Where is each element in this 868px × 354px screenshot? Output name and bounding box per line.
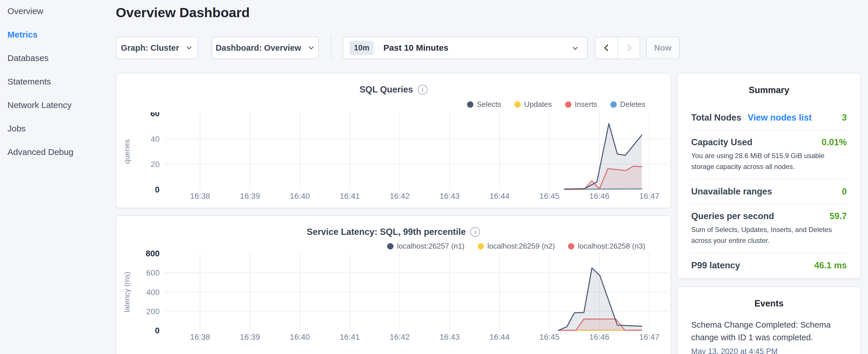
svg-text:queries: queries bbox=[123, 139, 131, 164]
summary-row-label: Unavailable ranges bbox=[691, 187, 772, 197]
chevron-down-icon bbox=[571, 45, 579, 52]
svg-text:16:38: 16:38 bbox=[190, 192, 210, 200]
legend-item-updates[interactable]: Updates bbox=[515, 100, 552, 109]
legend-dot bbox=[565, 101, 571, 108]
chart-legend: Selects Updates Inserts Deletes bbox=[467, 100, 645, 109]
legend-label: Inserts bbox=[575, 100, 597, 109]
dashboard-dropdown[interactable]: Dashboard: Overview bbox=[212, 37, 319, 59]
svg-text:0: 0 bbox=[155, 326, 160, 335]
sidebar-item-metrics[interactable]: Metrics bbox=[0, 30, 116, 39]
chevron-down-icon bbox=[185, 44, 193, 52]
svg-text:16:45: 16:45 bbox=[539, 192, 559, 200]
svg-text:16:44: 16:44 bbox=[490, 332, 509, 342]
time-window-next-button[interactable] bbox=[618, 37, 640, 58]
sidebar: Overview Metrics Databases Statements Ne… bbox=[0, 0, 116, 171]
svg-text:16:47: 16:47 bbox=[639, 332, 659, 342]
time-window-badge: 10m bbox=[350, 41, 374, 55]
chart-title: SQL Queries bbox=[359, 85, 413, 95]
svg-text:16:44: 16:44 bbox=[490, 192, 509, 200]
summary-row-label: Capacity Used bbox=[691, 137, 752, 148]
controls-bar: Graph: Cluster Dashboard: Overview 10m P… bbox=[116, 37, 680, 59]
summary-row-queries-per-second: Queries per second 59.7 Sum of Selects, … bbox=[691, 204, 847, 253]
legend-label: Selects bbox=[477, 100, 501, 109]
chevron-right-icon bbox=[625, 43, 633, 52]
svg-text:16:38: 16:38 bbox=[190, 332, 210, 342]
chevron-left-icon bbox=[602, 43, 611, 52]
divider bbox=[331, 37, 331, 59]
events-title: Events bbox=[691, 298, 847, 309]
time-window-dropdown[interactable]: 10m Past 10 Minutes bbox=[343, 37, 587, 59]
legend-dot bbox=[467, 101, 473, 108]
event-item: Schema Change Completed: Schema change w… bbox=[691, 319, 847, 354]
summary-row-label: P99 latency bbox=[691, 260, 740, 271]
service-latency-chart: 020040060080016:3816:3916:4016:4116:4216… bbox=[116, 244, 671, 343]
graph-scope-dropdown-label: Graph: Cluster bbox=[121, 43, 179, 53]
svg-text:16:42: 16:42 bbox=[390, 192, 410, 200]
time-window-prev-button[interactable] bbox=[595, 37, 618, 58]
summary-row-value: 0 bbox=[842, 187, 847, 197]
sidebar-item-jobs[interactable]: Jobs bbox=[0, 124, 116, 133]
sidebar-item-databases[interactable]: Databases bbox=[0, 53, 116, 63]
svg-text:40: 40 bbox=[151, 135, 160, 143]
graph-scope-dropdown[interactable]: Graph: Cluster bbox=[116, 37, 198, 59]
dashboard-dropdown-label: Dashboard: Overview bbox=[216, 43, 301, 53]
sidebar-item-advanced-debug[interactable]: Advanced Debug bbox=[0, 147, 116, 157]
svg-text:16:40: 16:40 bbox=[290, 192, 310, 200]
svg-text:16:41: 16:41 bbox=[340, 332, 360, 342]
sidebar-item-network-latency[interactable]: Network Latency bbox=[0, 100, 116, 110]
svg-text:600: 600 bbox=[146, 268, 160, 277]
summary-row-capacity-used: Capacity Used 0.01% You are using 28.6 M… bbox=[691, 130, 847, 179]
svg-text:16:39: 16:39 bbox=[240, 332, 260, 342]
svg-text:0: 0 bbox=[155, 185, 160, 194]
legend-item-inserts[interactable]: Inserts bbox=[565, 100, 597, 109]
svg-text:400: 400 bbox=[146, 288, 160, 297]
summary-panel: Summary Total Nodes View nodes list 3 Ca… bbox=[677, 73, 861, 279]
svg-text:16:43: 16:43 bbox=[440, 192, 460, 200]
summary-row-unavailable-ranges: Unavailable ranges 0 bbox=[691, 179, 847, 204]
summary-row-value: 59.7 bbox=[830, 211, 847, 221]
info-icon[interactable]: i bbox=[470, 227, 480, 237]
summary-row-value: 0.01% bbox=[822, 137, 847, 148]
legend-label: Deletes bbox=[620, 100, 645, 109]
svg-text:16:42: 16:42 bbox=[390, 332, 410, 342]
sidebar-item-overview[interactable]: Overview bbox=[0, 6, 116, 16]
time-window-label: Past 10 Minutes bbox=[383, 43, 448, 53]
summary-row-p99-latency: P99 latency 46.1 ms bbox=[691, 253, 847, 278]
svg-text:200: 200 bbox=[146, 307, 160, 316]
events-panel: Events Schema Change Completed: Schema c… bbox=[677, 286, 861, 354]
page-title: Overview Dashboard bbox=[116, 5, 250, 20]
now-button[interactable]: Now bbox=[646, 37, 680, 59]
service-latency-chart-card: Service Latency: SQL, 99th percentile i … bbox=[116, 215, 671, 354]
info-icon[interactable]: i bbox=[418, 85, 428, 95]
legend-item-selects[interactable]: Selects bbox=[467, 100, 501, 109]
sql-queries-chart-card: SQL Queries i Selects Updates Inserts De… bbox=[116, 73, 671, 208]
summary-row-value: 46.1 ms bbox=[814, 260, 847, 271]
sidebar-item-statements[interactable]: Statements bbox=[0, 77, 116, 86]
svg-text:latency (ms): latency (ms) bbox=[123, 272, 131, 313]
sql-queries-chart: 020406016:3816:3916:4016:4116:4216:4316:… bbox=[116, 112, 671, 204]
view-nodes-list-link[interactable]: View nodes list bbox=[748, 112, 811, 123]
event-timestamp: May 13, 2020 at 4:45 PM bbox=[691, 347, 847, 354]
time-window-pager bbox=[595, 37, 640, 59]
legend-label: Updates bbox=[524, 100, 552, 109]
svg-text:16:41: 16:41 bbox=[340, 192, 360, 200]
summary-row-label: Queries per second bbox=[691, 211, 774, 221]
svg-text:16:46: 16:46 bbox=[589, 332, 610, 342]
svg-text:16:46: 16:46 bbox=[589, 192, 610, 200]
overview-dashboard-page: Overview Metrics Databases Statements Ne… bbox=[0, 0, 868, 354]
chevron-down-icon bbox=[308, 44, 315, 52]
main-content: Overview Dashboard Graph: Cluster Dashbo… bbox=[116, 0, 671, 354]
legend-dot bbox=[610, 101, 617, 108]
svg-text:60: 60 bbox=[150, 112, 160, 118]
summary-row-label: Total Nodes bbox=[691, 112, 741, 123]
legend-dot bbox=[515, 101, 521, 108]
svg-text:20: 20 bbox=[151, 160, 160, 169]
legend-item-deletes[interactable]: Deletes bbox=[610, 100, 645, 109]
summary-row-total-nodes: Total Nodes View nodes list 3 bbox=[691, 106, 847, 130]
svg-text:16:47: 16:47 bbox=[639, 192, 659, 200]
svg-text:16:43: 16:43 bbox=[440, 332, 460, 342]
summary-row-description: Sum of Selects, Updates, Inserts, and De… bbox=[691, 224, 847, 246]
chart-title: Service Latency: SQL, 99th percentile bbox=[307, 227, 466, 237]
event-message: Schema Change Completed: Schema change w… bbox=[691, 319, 847, 344]
summary-row-value: 3 bbox=[842, 112, 847, 123]
